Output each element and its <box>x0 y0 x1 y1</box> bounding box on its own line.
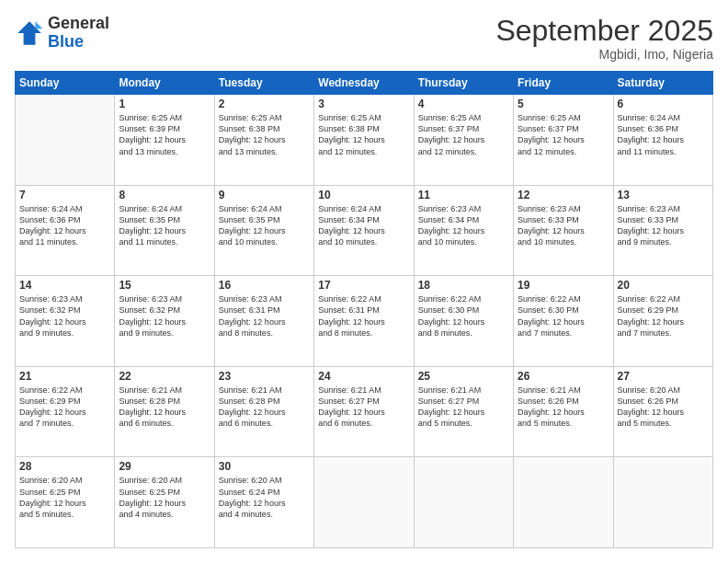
calendar-cell: 22Sunrise: 6:21 AM Sunset: 6:28 PM Dayli… <box>115 366 214 457</box>
calendar-cell: 16Sunrise: 6:23 AM Sunset: 6:31 PM Dayli… <box>214 276 313 367</box>
logo-text: General Blue <box>48 15 109 52</box>
calendar-cell: 20Sunrise: 6:22 AM Sunset: 6:29 PM Dayli… <box>613 276 712 367</box>
title-block: September 2025 Mgbidi, Imo, Nigeria <box>495 15 713 62</box>
day-number: 12 <box>518 189 609 201</box>
day-number: 13 <box>618 189 709 201</box>
day-number: 29 <box>119 460 210 473</box>
month-title: September 2025 <box>495 15 713 47</box>
calendar-day-header: Wednesday <box>314 72 414 95</box>
day-info: Sunrise: 6:21 AM Sunset: 6:28 PM Dayligh… <box>119 385 210 430</box>
day-info: Sunrise: 6:25 AM Sunset: 6:39 PM Dayligh… <box>119 112 210 157</box>
calendar-cell: 12Sunrise: 6:23 AM Sunset: 6:33 PM Dayli… <box>514 185 613 276</box>
calendar-day-header: Friday <box>514 72 613 95</box>
calendar-cell: 13Sunrise: 6:23 AM Sunset: 6:33 PM Dayli… <box>613 185 712 276</box>
day-number: 16 <box>219 279 310 292</box>
calendar-cell: 1Sunrise: 6:25 AM Sunset: 6:39 PM Daylig… <box>115 95 214 186</box>
day-info: Sunrise: 6:25 AM Sunset: 6:37 PM Dayligh… <box>418 112 509 157</box>
calendar-cell: 30Sunrise: 6:20 AM Sunset: 6:24 PM Dayli… <box>214 457 313 548</box>
day-number: 28 <box>19 460 110 473</box>
calendar-cell: 9Sunrise: 6:24 AM Sunset: 6:35 PM Daylig… <box>214 185 313 276</box>
calendar-cell: 26Sunrise: 6:21 AM Sunset: 6:26 PM Dayli… <box>514 366 613 457</box>
day-number: 1 <box>119 98 210 110</box>
day-info: Sunrise: 6:20 AM Sunset: 6:25 PM Dayligh… <box>19 475 110 520</box>
day-info: Sunrise: 6:23 AM Sunset: 6:33 PM Dayligh… <box>618 203 709 248</box>
calendar-week-row: 1Sunrise: 6:25 AM Sunset: 6:39 PM Daylig… <box>16 95 713 186</box>
calendar-cell: 3Sunrise: 6:25 AM Sunset: 6:38 PM Daylig… <box>314 95 414 186</box>
calendar-cell: 2Sunrise: 6:25 AM Sunset: 6:38 PM Daylig… <box>214 95 313 186</box>
day-number: 18 <box>418 279 509 292</box>
day-info: Sunrise: 6:20 AM Sunset: 6:24 PM Dayligh… <box>219 475 310 520</box>
calendar-day-header: Sunday <box>16 72 115 95</box>
calendar-cell: 6Sunrise: 6:24 AM Sunset: 6:36 PM Daylig… <box>613 95 712 186</box>
calendar-day-header: Saturday <box>613 72 712 95</box>
day-number: 11 <box>418 189 509 201</box>
calendar-cell <box>314 457 414 548</box>
location: Mgbidi, Imo, Nigeria <box>495 47 713 62</box>
calendar-cell: 8Sunrise: 6:24 AM Sunset: 6:35 PM Daylig… <box>115 185 214 276</box>
day-info: Sunrise: 6:22 AM Sunset: 6:29 PM Dayligh… <box>19 385 110 430</box>
calendar-cell <box>16 95 115 186</box>
day-number: 22 <box>119 370 210 383</box>
calendar-header-row: SundayMondayTuesdayWednesdayThursdayFrid… <box>16 72 713 95</box>
calendar-cell: 24Sunrise: 6:21 AM Sunset: 6:27 PM Dayli… <box>314 366 414 457</box>
day-info: Sunrise: 6:24 AM Sunset: 6:36 PM Dayligh… <box>618 112 709 157</box>
day-info: Sunrise: 6:21 AM Sunset: 6:27 PM Dayligh… <box>418 385 509 430</box>
day-info: Sunrise: 6:24 AM Sunset: 6:35 PM Dayligh… <box>119 203 210 248</box>
day-number: 5 <box>518 98 609 110</box>
calendar-cell: 7Sunrise: 6:24 AM Sunset: 6:36 PM Daylig… <box>16 185 115 276</box>
day-number: 14 <box>19 279 110 292</box>
page: General Blue September 2025 Mgbidi, Imo,… <box>0 0 728 563</box>
calendar-week-row: 14Sunrise: 6:23 AM Sunset: 6:32 PM Dayli… <box>16 276 713 367</box>
day-info: Sunrise: 6:22 AM Sunset: 6:30 PM Dayligh… <box>518 293 609 339</box>
calendar-cell: 10Sunrise: 6:24 AM Sunset: 6:34 PM Dayli… <box>314 185 414 276</box>
day-info: Sunrise: 6:23 AM Sunset: 6:32 PM Dayligh… <box>19 293 110 339</box>
day-info: Sunrise: 6:25 AM Sunset: 6:37 PM Dayligh… <box>518 112 609 157</box>
day-info: Sunrise: 6:23 AM Sunset: 6:34 PM Dayligh… <box>418 203 509 248</box>
day-info: Sunrise: 6:23 AM Sunset: 6:32 PM Dayligh… <box>119 293 210 339</box>
day-number: 10 <box>318 189 409 201</box>
calendar-day-header: Thursday <box>414 72 513 95</box>
calendar-cell: 19Sunrise: 6:22 AM Sunset: 6:30 PM Dayli… <box>514 276 613 367</box>
calendar-cell: 15Sunrise: 6:23 AM Sunset: 6:32 PM Dayli… <box>115 276 214 367</box>
day-number: 23 <box>219 370 310 383</box>
day-number: 15 <box>119 279 210 292</box>
day-info: Sunrise: 6:22 AM Sunset: 6:31 PM Dayligh… <box>318 293 409 339</box>
calendar-cell <box>613 457 712 548</box>
day-info: Sunrise: 6:24 AM Sunset: 6:35 PM Dayligh… <box>219 203 310 248</box>
logo-icon <box>15 18 44 48</box>
day-number: 9 <box>219 189 310 201</box>
day-number: 25 <box>418 370 509 383</box>
day-info: Sunrise: 6:20 AM Sunset: 6:26 PM Dayligh… <box>618 385 709 430</box>
day-info: Sunrise: 6:25 AM Sunset: 6:38 PM Dayligh… <box>318 112 409 157</box>
day-number: 21 <box>19 370 110 383</box>
calendar-table: SundayMondayTuesdayWednesdayThursdayFrid… <box>15 71 713 548</box>
day-number: 17 <box>318 279 409 292</box>
calendar-day-header: Monday <box>115 72 214 95</box>
calendar-cell: 21Sunrise: 6:22 AM Sunset: 6:29 PM Dayli… <box>16 366 115 457</box>
calendar-week-row: 7Sunrise: 6:24 AM Sunset: 6:36 PM Daylig… <box>16 185 713 276</box>
calendar-cell: 4Sunrise: 6:25 AM Sunset: 6:37 PM Daylig… <box>414 95 513 186</box>
day-info: Sunrise: 6:23 AM Sunset: 6:33 PM Dayligh… <box>518 203 609 248</box>
day-info: Sunrise: 6:21 AM Sunset: 6:26 PM Dayligh… <box>518 385 609 430</box>
day-number: 24 <box>318 370 409 383</box>
day-number: 19 <box>518 279 609 292</box>
svg-marker-1 <box>35 21 42 29</box>
day-info: Sunrise: 6:22 AM Sunset: 6:30 PM Dayligh… <box>418 293 509 339</box>
calendar-cell: 17Sunrise: 6:22 AM Sunset: 6:31 PM Dayli… <box>314 276 414 367</box>
logo-line2: Blue <box>48 33 109 52</box>
calendar-cell: 25Sunrise: 6:21 AM Sunset: 6:27 PM Dayli… <box>414 366 513 457</box>
calendar-cell: 23Sunrise: 6:21 AM Sunset: 6:28 PM Dayli… <box>214 366 313 457</box>
day-number: 4 <box>418 98 509 110</box>
calendar-day-header: Tuesday <box>214 72 313 95</box>
day-number: 7 <box>19 189 110 201</box>
day-info: Sunrise: 6:20 AM Sunset: 6:25 PM Dayligh… <box>119 475 210 520</box>
day-info: Sunrise: 6:24 AM Sunset: 6:34 PM Dayligh… <box>318 203 409 248</box>
calendar-cell: 18Sunrise: 6:22 AM Sunset: 6:30 PM Dayli… <box>414 276 513 367</box>
day-info: Sunrise: 6:23 AM Sunset: 6:31 PM Dayligh… <box>219 293 310 339</box>
day-number: 3 <box>318 98 409 110</box>
day-info: Sunrise: 6:24 AM Sunset: 6:36 PM Dayligh… <box>19 203 110 248</box>
calendar-week-row: 28Sunrise: 6:20 AM Sunset: 6:25 PM Dayli… <box>16 457 713 548</box>
day-info: Sunrise: 6:21 AM Sunset: 6:28 PM Dayligh… <box>219 385 310 430</box>
header: General Blue September 2025 Mgbidi, Imo,… <box>15 15 713 62</box>
calendar-cell: 14Sunrise: 6:23 AM Sunset: 6:32 PM Dayli… <box>16 276 115 367</box>
